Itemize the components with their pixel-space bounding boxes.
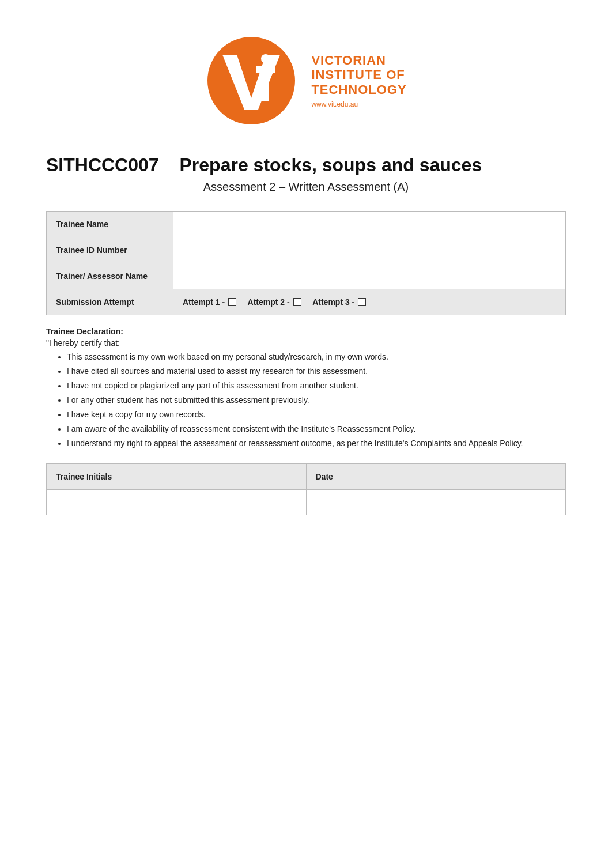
attempt1-label: Attempt 1 -	[183, 297, 225, 307]
trainer-value[interactable]	[173, 263, 566, 289]
declaration-title: Trainee Declaration:	[46, 327, 566, 336]
org-name-line1: VICTORIAN	[311, 53, 406, 67]
signature-table: Trainee Initials Date	[46, 463, 566, 515]
attempt1-checkbox[interactable]	[228, 298, 236, 306]
list-item: I have not copied or plagiarized any par…	[67, 380, 566, 392]
svg-rect-3	[256, 66, 275, 73]
declaration-intro: "I hereby certify that:	[46, 338, 566, 348]
list-item: I have cited all sources and material us…	[67, 365, 566, 378]
list-item: I understand my right to appeal the asse…	[67, 437, 566, 450]
date-label: Date	[306, 464, 566, 490]
assessment-subtitle: Assessment 2 – Written Assessment (A)	[46, 180, 566, 194]
trainee-name-value[interactable]	[173, 212, 566, 237]
submission-attempt-row: Submission Attempt Attempt 1 - Attempt 2…	[47, 289, 566, 315]
svg-point-2	[261, 54, 270, 63]
trainer-label: Trainer/ Assessor Name	[47, 263, 173, 289]
signature-label-row: Trainee Initials Date	[47, 464, 566, 490]
submission-label: Submission Attempt	[47, 289, 173, 315]
logo-area: VICTORIAN INSTITUTE OF TECHNOLOGY www.vi…	[46, 35, 566, 127]
trainee-id-value[interactable]	[173, 237, 566, 263]
trainee-name-row: Trainee Name	[47, 212, 566, 237]
list-item: I have kept a copy for my own records.	[67, 409, 566, 421]
org-text-logo: VICTORIAN INSTITUTE OF TECHNOLOGY www.vi…	[311, 53, 406, 108]
declaration-list: This assessment is my own work based on …	[67, 351, 566, 450]
course-code: SITHCCC007	[46, 154, 159, 175]
list-item: This assessment is my own work based on …	[67, 351, 566, 363]
trainee-name-label: Trainee Name	[47, 212, 173, 237]
attempt2-label: Attempt 2 -	[248, 297, 290, 307]
course-title: Prepare stocks, soups and sauces	[180, 154, 482, 175]
trainee-id-label: Trainee ID Number	[47, 237, 173, 263]
attempt1-cell: Attempt 1 - Attempt 2 - Attempt 3 -	[173, 289, 566, 315]
trainee-initials-label: Trainee Initials	[47, 464, 307, 490]
date-value[interactable]	[306, 490, 566, 515]
info-table: Trainee Name Trainee ID Number Trainer/ …	[46, 211, 566, 315]
attempt1-item: Attempt 1 -	[183, 297, 236, 307]
list-item: I or any other student has not submitted…	[67, 394, 566, 406]
svg-rect-4	[262, 73, 269, 101]
attempt3-label: Attempt 3 -	[312, 297, 354, 307]
vit-logo-icon	[205, 35, 297, 127]
attempt2-item: Attempt 2 -	[248, 297, 301, 307]
trainee-id-row: Trainee ID Number	[47, 237, 566, 263]
declaration-section: Trainee Declaration: "I hereby certify t…	[46, 327, 566, 450]
trainee-initials-value[interactable]	[47, 490, 307, 515]
org-name-line3: TECHNOLOGY	[311, 82, 406, 97]
org-name-line2: INSTITUTE OF	[311, 67, 406, 82]
title-row: SITHCCC007 Prepare stocks, soups and sau…	[46, 154, 566, 176]
org-url: www.vit.edu.au	[311, 100, 406, 108]
signature-value-row	[47, 490, 566, 515]
attempt3-checkbox[interactable]	[358, 298, 366, 306]
svg-point-0	[207, 37, 295, 124]
attempt3-item: Attempt 3 -	[312, 297, 366, 307]
list-item: I am aware of the availability of reasse…	[67, 423, 566, 435]
attempt2-checkbox[interactable]	[293, 298, 301, 306]
trainer-name-row: Trainer/ Assessor Name	[47, 263, 566, 289]
